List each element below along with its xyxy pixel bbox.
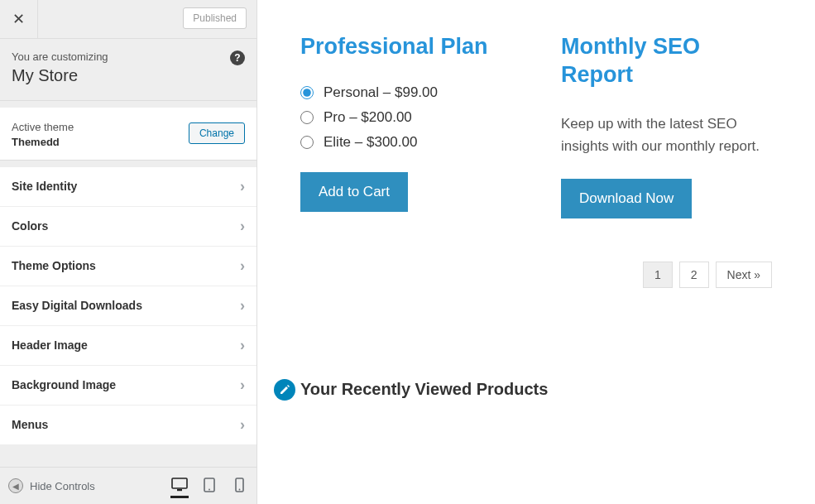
price-option-label: Elite – $300.00 [324, 134, 417, 151]
preview-pane: Professional Plan Personal – $99.00 Pro … [257, 0, 815, 504]
customizing-label: You are customizing [12, 50, 245, 63]
menu-item-colors[interactable]: Colors › [0, 207, 256, 247]
pencil-icon [279, 384, 290, 396]
product-card-professional-plan: Professional Plan Personal – $99.00 Pro … [300, 33, 511, 218]
price-option[interactable]: Pro – $200.00 [300, 109, 511, 126]
close-button[interactable]: ✕ [0, 0, 38, 38]
download-now-button[interactable]: Download Now [561, 179, 692, 218]
chevron-right-icon: › [240, 337, 245, 354]
menu-item-label: Colors [12, 219, 48, 233]
sidebar-footer: ◀ Hide Controls [0, 467, 256, 504]
menu-item-label: Theme Options [12, 259, 96, 272]
menu-item-label: Easy Digital Downloads [12, 299, 142, 312]
mobile-icon [235, 478, 244, 492]
active-theme-label: Active theme [12, 119, 74, 136]
menu-item-menus[interactable]: Menus › [0, 406, 256, 445]
price-radio[interactable] [300, 136, 314, 149]
price-radio[interactable] [300, 86, 314, 99]
theme-block: Active theme Themedd Change [0, 108, 256, 161]
tablet-icon [204, 478, 215, 492]
recent-products-section: Your Recently Viewed Products [300, 379, 772, 401]
device-mobile-button[interactable] [230, 473, 248, 498]
publish-status-button[interactable]: Published [183, 7, 247, 29]
price-option[interactable]: Elite – $300.00 [300, 134, 511, 151]
chevron-right-icon: › [240, 218, 245, 235]
recent-products-heading: Your Recently Viewed Products [300, 380, 548, 399]
hide-controls-button[interactable]: ◀ Hide Controls [8, 478, 95, 493]
product-title[interactable]: Monthly SEO Report [561, 33, 772, 89]
site-title: My Store [12, 66, 245, 85]
edit-shortcut-button[interactable] [274, 379, 295, 401]
add-to-cart-button[interactable]: Add to Cart [300, 172, 408, 212]
device-desktop-button[interactable] [170, 473, 189, 498]
page-1-button[interactable]: 1 [643, 262, 673, 288]
menu-item-edd[interactable]: Easy Digital Downloads › [0, 286, 256, 326]
product-card-seo-report: Monthly SEO Report Keep up with the late… [561, 33, 772, 218]
menu-item-background-image[interactable]: Background Image › [0, 366, 256, 406]
svg-point-3 [209, 488, 210, 490]
page-next-button[interactable]: Next » [716, 262, 772, 288]
help-icon[interactable]: ? [230, 50, 245, 65]
price-option-label: Pro – $200.00 [324, 109, 412, 126]
chevron-right-icon: › [240, 377, 245, 394]
menu-item-header-image[interactable]: Header Image › [0, 326, 256, 366]
price-radio[interactable] [300, 111, 314, 124]
menu-item-label: Header Image [12, 338, 88, 352]
menu-item-label: Background Image [12, 378, 116, 391]
theme-name: Themedd [12, 136, 74, 148]
chevron-right-icon: › [240, 178, 245, 195]
sidebar-header: ✕ Published [0, 0, 256, 39]
customizer-sidebar: ✕ Published You are customizing My Store… [0, 0, 257, 504]
chevron-right-icon: › [240, 416, 245, 434]
svg-rect-0 [172, 478, 187, 488]
customizer-menu: Site Identity › Colors › Theme Options ›… [0, 167, 256, 445]
page-2-button[interactable]: 2 [679, 262, 709, 288]
svg-rect-1 [177, 489, 182, 491]
change-theme-button[interactable]: Change [189, 122, 245, 144]
pagination: 1 2 Next » [300, 262, 772, 288]
price-option-label: Personal – $99.00 [324, 84, 438, 101]
price-options: Personal – $99.00 Pro – $200.00 Elite – … [300, 84, 511, 151]
site-info-block: You are customizing My Store ? [0, 39, 256, 101]
device-tablet-button[interactable] [200, 473, 218, 498]
hide-controls-label: Hide Controls [30, 480, 95, 492]
menu-item-site-identity[interactable]: Site Identity › [0, 167, 256, 207]
menu-item-label: Menus [12, 418, 48, 431]
collapse-icon: ◀ [8, 478, 23, 493]
chevron-right-icon: › [240, 257, 245, 275]
close-icon: ✕ [12, 10, 25, 28]
price-option[interactable]: Personal – $99.00 [300, 84, 511, 101]
menu-item-label: Site Identity [12, 180, 77, 193]
product-description: Keep up with the latest SEO insights wit… [561, 113, 772, 157]
desktop-icon [171, 478, 188, 492]
menu-item-theme-options[interactable]: Theme Options › [0, 247, 256, 286]
svg-point-5 [238, 488, 240, 490]
chevron-right-icon: › [240, 297, 245, 314]
product-title[interactable]: Professional Plan [300, 33, 511, 61]
